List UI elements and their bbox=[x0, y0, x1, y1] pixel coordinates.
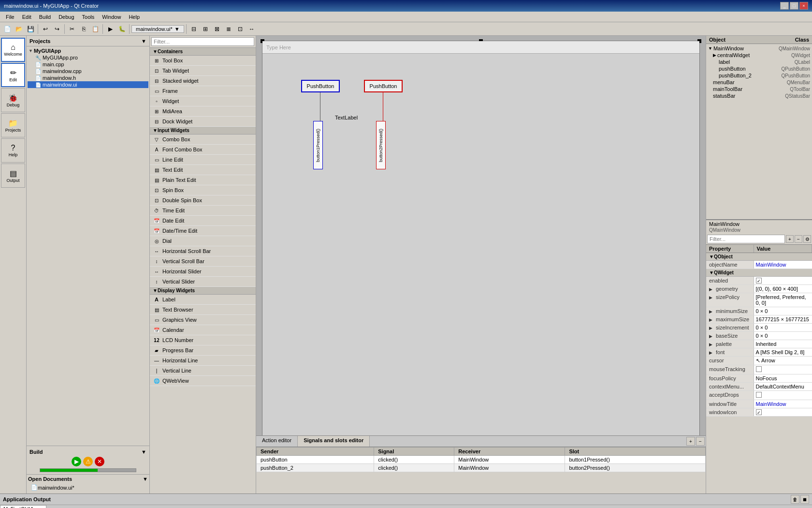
menu-edit[interactable]: Edit bbox=[18, 13, 35, 21]
palette-item-label[interactable]: A Label bbox=[150, 295, 256, 305]
file-tab-dropdown[interactable]: ▼ bbox=[174, 26, 180, 32]
basesize-expand[interactable]: ▶ bbox=[709, 334, 716, 339]
windowicon-value[interactable] bbox=[756, 409, 762, 415]
obj-label[interactable]: label QLabel bbox=[707, 59, 811, 65]
side-edit-button[interactable]: ✏ Edit bbox=[1, 63, 25, 87]
palette-item-vslider[interactable]: ↕ Vertical Slider bbox=[150, 277, 256, 287]
minsize-expand[interactable]: ▶ bbox=[709, 309, 716, 314]
build-header[interactable]: Build ▼ bbox=[29, 448, 147, 456]
palette-item-calendar[interactable]: 📅 Calendar bbox=[150, 325, 256, 335]
sizeincrement-expand[interactable]: ▶ bbox=[709, 326, 716, 330]
side-welcome-button[interactable]: ⌂ Welcome bbox=[1, 38, 25, 62]
prop-value-palette[interactable]: Inherited bbox=[754, 340, 812, 348]
prop-section-qwidget[interactable]: ▼ QWidget bbox=[706, 269, 812, 277]
prop-value-sizeincrement[interactable]: 0 × 0 bbox=[754, 324, 812, 331]
build-run-icon[interactable]: ▶ bbox=[72, 457, 81, 466]
acceptdrops-checkbox[interactable] bbox=[756, 392, 762, 398]
palette-item-hline[interactable]: — Horizontal Line bbox=[150, 356, 256, 366]
toolbar-save[interactable]: 💾 bbox=[25, 24, 36, 34]
palette-item-timeedit[interactable]: ⏱ Time Edit bbox=[150, 206, 256, 216]
tree-item-main-cpp[interactable]: 📄 main.cpp bbox=[28, 61, 148, 68]
palette-section-containers[interactable]: ▼ Containers bbox=[150, 48, 256, 56]
palette-item-plaintextedit[interactable]: ▤ Plain Text Edit bbox=[150, 175, 256, 185]
sizepolicy-expand[interactable]: ▶ bbox=[709, 295, 716, 300]
prop-value-basesize[interactable]: 0 × 0 bbox=[754, 332, 812, 340]
toolbar-break-layout[interactable]: ⊡ bbox=[235, 24, 246, 34]
palette-item-vline[interactable]: | Vertical Line bbox=[150, 366, 256, 376]
obj-pushbutton2[interactable]: pushButton_2 QPushButton bbox=[707, 72, 811, 79]
prop-value-sizepolicy[interactable]: [Preferred, Preferred, 0, 0] bbox=[754, 293, 812, 307]
menu-window[interactable]: Window bbox=[98, 13, 125, 21]
action-editor-tab[interactable]: Action editor bbox=[256, 436, 298, 447]
output-stop-button[interactable]: ⏹ bbox=[800, 495, 809, 504]
toolbar-open[interactable]: 📂 bbox=[14, 24, 24, 34]
palette-item-lineedit[interactable]: ▭ Line Edit bbox=[150, 155, 256, 165]
toolbar-redo[interactable]: ↪ bbox=[52, 24, 62, 34]
palette-item-fontcombobox[interactable]: A Font Combo Box bbox=[150, 145, 256, 155]
toolbar-layout-g[interactable]: ⊠ bbox=[212, 24, 222, 34]
toolbar-layout-form[interactable]: ≣ bbox=[223, 24, 234, 34]
menu-debug[interactable]: Debug bbox=[55, 13, 78, 21]
output-tab-myfirstguiapp[interactable]: MyFirstGUIApp × bbox=[0, 505, 46, 508]
signal-row-2[interactable]: pushButton_2 clicked() MainWindow button… bbox=[257, 464, 706, 472]
palette-item-dial[interactable]: ◎ Dial bbox=[150, 236, 256, 246]
toolbar-paste[interactable]: 📋 bbox=[90, 24, 101, 34]
obj-centralwidget[interactable]: ▶ centralWidget QWidget bbox=[707, 52, 811, 59]
tree-item-mainwindow-h[interactable]: 📄 mainwindow.h bbox=[28, 75, 148, 81]
prop-value-objectname[interactable]: MainWindow bbox=[754, 261, 812, 269]
palette-item-spinbox[interactable]: ⊡ Spin Box bbox=[150, 185, 256, 195]
palette-item-qwebview[interactable]: 🌐 QWebView bbox=[150, 376, 256, 386]
palette-expand[interactable]: ▶ bbox=[709, 342, 716, 347]
palette-item-hscrollbar[interactable]: ↔ Horizontal Scroll Bar bbox=[150, 246, 256, 256]
palette-section-display[interactable]: ▼ Display Widgets bbox=[150, 287, 256, 295]
prop-value-maxsize[interactable]: 16777215 × 16777215 bbox=[754, 315, 812, 323]
property-filter-input[interactable] bbox=[707, 235, 785, 243]
toolbar-copy[interactable]: ⎘ bbox=[78, 24, 89, 34]
palette-item-stackedwidget[interactable]: ⊟ Stacked widget bbox=[150, 76, 256, 86]
palette-filter-input[interactable] bbox=[151, 37, 254, 46]
toolbar-layout-h[interactable]: ⊟ bbox=[188, 24, 199, 34]
signal-remove-button[interactable]: − bbox=[696, 437, 705, 446]
canvas-textlabel[interactable]: TextLabel bbox=[335, 115, 358, 120]
type-here-menubar[interactable]: Type Here bbox=[262, 41, 699, 54]
prop-value-contextmenu[interactable]: DefaultContextMenu bbox=[754, 383, 812, 390]
property-settings-button[interactable]: ⚙ bbox=[803, 235, 811, 243]
menu-help[interactable]: Help bbox=[125, 13, 144, 21]
obj-statusbar[interactable]: statusBar QStatusBar bbox=[707, 92, 811, 99]
obj-mainwindow[interactable]: ▼ MainWindow QMainWindow bbox=[707, 45, 811, 52]
toolbar-build[interactable]: ▶ bbox=[105, 24, 116, 34]
side-output-button[interactable]: ▤ Output bbox=[1, 164, 25, 188]
tree-item-pro[interactable]: 🔧 MyGUIApp.pro bbox=[28, 54, 148, 61]
toolbar-undo[interactable]: ↩ bbox=[40, 24, 51, 34]
palette-item-vscrollbar[interactable]: ↕ Vertical Scroll Bar bbox=[150, 256, 256, 267]
obj-pushbutton[interactable]: pushButton QPushButton bbox=[707, 65, 811, 72]
side-projects-button[interactable]: 📁 Projects bbox=[1, 113, 25, 137]
signal-row-1[interactable]: pushButton clicked() MainWindow button1P… bbox=[257, 456, 706, 464]
doc-item-mainwindow-ui[interactable]: 📄 mainwindow.ui* bbox=[30, 484, 146, 491]
menu-tools[interactable]: Tools bbox=[78, 13, 99, 21]
palette-item-datetimeedit[interactable]: 📅 Date/Time Edit bbox=[150, 226, 256, 236]
prop-value-focuspolicy[interactable]: NoFocus bbox=[754, 374, 812, 382]
palette-section-input[interactable]: ▼ Input Widgets bbox=[150, 127, 256, 134]
prop-value-windowtitle[interactable]: MainWindow bbox=[754, 400, 812, 408]
toolbar-debug[interactable]: 🐛 bbox=[116, 24, 127, 34]
palette-item-tabwidget[interactable]: ⊡ Tab Widget bbox=[150, 66, 256, 76]
property-add-button[interactable]: + bbox=[786, 235, 794, 243]
signal-add-button[interactable]: + bbox=[686, 437, 695, 446]
toolbar-adjust-size[interactable]: ↔ bbox=[246, 24, 257, 34]
close-button[interactable]: × bbox=[799, 2, 808, 10]
palette-item-textbrowser[interactable]: ▤ Text Browser bbox=[150, 305, 256, 315]
minimize-button[interactable]: _ bbox=[780, 2, 789, 10]
designer-canvas[interactable]: Type Here PushButton PushButton TextLabe… bbox=[256, 36, 706, 493]
palette-item-combobox[interactable]: ▽ Combo Box bbox=[150, 134, 256, 145]
palette-item-lcdnumber[interactable]: 12 LCD Number bbox=[150, 335, 256, 345]
output-clear-button[interactable]: 🗑 bbox=[791, 495, 799, 504]
palette-item-graphicsview[interactable]: ▭ Graphics View bbox=[150, 315, 256, 325]
toolbar-layout-v[interactable]: ⊞ bbox=[200, 24, 211, 34]
menu-file[interactable]: File bbox=[2, 13, 18, 21]
prop-value-minsize[interactable]: 0 × 0 bbox=[754, 307, 812, 315]
toolbar-cut[interactable]: ✂ bbox=[67, 24, 77, 34]
palette-item-progressbar[interactable]: ▰ Progress Bar bbox=[150, 345, 256, 356]
canvas-pushbutton2[interactable]: PushButton bbox=[364, 80, 403, 92]
palette-item-widget[interactable]: ▫ Widget bbox=[150, 96, 256, 106]
